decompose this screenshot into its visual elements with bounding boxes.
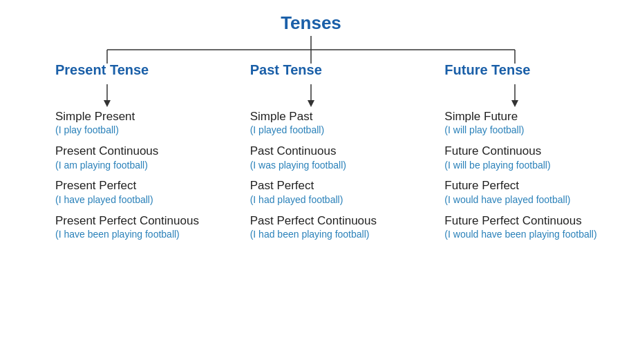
present-tense-column: Present Tense Simple Present (I play foo… bbox=[21, 62, 212, 246]
title-row: Tenses bbox=[0, 0, 622, 34]
tense-past-perfect: Past Perfect bbox=[250, 179, 314, 193]
example-future-continuous: (I will be playing football) bbox=[444, 160, 550, 171]
past-tense-column: Past Tense Simple Past (I played footbal… bbox=[212, 62, 407, 246]
example-past-perfect: (I had played football) bbox=[250, 194, 343, 206]
tense-simple-present: Simple Present bbox=[55, 110, 135, 124]
tense-present-continuous: Present Continuous bbox=[55, 144, 158, 158]
example-future-perfect-continuous: (I would have been playing football) bbox=[444, 229, 596, 240]
tenses-diagram: Tenses Present Tense Simple Present (I p… bbox=[0, 0, 622, 364]
tense-past-continuous: Past Continuous bbox=[250, 144, 337, 158]
example-past-perfect-continuous: (I had been playing football) bbox=[250, 229, 370, 240]
tense-future-perfect-continuous: Future Perfect Continuous bbox=[444, 214, 581, 228]
example-present-perfect: (I have played football) bbox=[55, 194, 153, 206]
tense-present-perfect-continuous: Present Perfect Continuous bbox=[55, 214, 199, 228]
columns-area: Present Tense Simple Present (I play foo… bbox=[0, 62, 622, 246]
future-tense-column: Future Tense Simple Future (I will play … bbox=[406, 62, 601, 246]
tense-future-continuous: Future Continuous bbox=[444, 144, 541, 158]
example-present-continuous: (I am playing football) bbox=[55, 160, 148, 171]
example-future-perfect: (I would have played football) bbox=[444, 194, 570, 206]
tense-past-perfect-continuous: Past Perfect Continuous bbox=[250, 214, 377, 228]
tense-present-perfect: Present Perfect bbox=[55, 179, 136, 193]
example-simple-past: (I played football) bbox=[250, 124, 324, 136]
example-simple-present: (I play football) bbox=[55, 124, 119, 136]
example-past-continuous: (I was playing football) bbox=[250, 160, 346, 171]
main-title: Tenses bbox=[281, 12, 341, 34]
present-tense-header: Present Tense bbox=[55, 62, 149, 78]
example-present-perfect-continuous: (I have been playing football) bbox=[55, 229, 180, 240]
tense-simple-past: Simple Past bbox=[250, 110, 313, 124]
tense-future-perfect: Future Perfect bbox=[444, 179, 519, 193]
past-tense-header: Past Tense bbox=[250, 62, 322, 78]
future-tense-header: Future Tense bbox=[444, 62, 530, 78]
example-simple-future: (I will play football) bbox=[444, 124, 524, 136]
tense-simple-future: Simple Future bbox=[444, 110, 518, 124]
